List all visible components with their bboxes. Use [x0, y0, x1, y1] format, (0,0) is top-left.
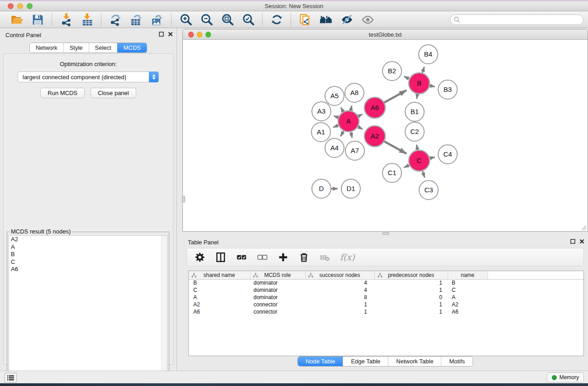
table-row[interactable]: Bdominator41B	[189, 279, 583, 286]
panel-divider-handle[interactable]	[182, 196, 185, 202]
graph-node-A5[interactable]: A5	[325, 86, 344, 105]
tab-network-table[interactable]: Network Table	[388, 357, 441, 366]
deselect-all-rows-icon[interactable]	[257, 252, 268, 263]
tab-mcds[interactable]: MCDS	[117, 43, 147, 52]
home-icon[interactable]	[317, 12, 335, 27]
import-table-icon[interactable]	[78, 12, 96, 27]
tab-node-table[interactable]: Node Table	[298, 357, 343, 366]
graph-node-A7[interactable]: A7	[345, 141, 364, 160]
export-network-icon[interactable]	[107, 12, 124, 27]
zoom-selected-icon[interactable]	[239, 12, 257, 27]
graph-node-A1[interactable]: A1	[311, 123, 330, 142]
svg-text:C4: C4	[443, 150, 452, 158]
network-document-icon[interactable]	[296, 12, 314, 27]
graph-node-A8[interactable]: A8	[345, 83, 364, 102]
list-item[interactable]: B	[9, 251, 167, 258]
float-panel-icon[interactable]	[570, 239, 575, 244]
list-item[interactable]: A	[9, 243, 167, 251]
scrollbar[interactable]	[161, 236, 167, 386]
flow-column-icon	[308, 273, 313, 279]
svg-text:A: A	[346, 117, 351, 125]
close-panel-icon[interactable]	[168, 32, 173, 37]
graph-node-C4[interactable]: C4	[438, 145, 457, 164]
svg-text:D: D	[319, 185, 324, 192]
criterion-select[interactable]: largest connected component (directed)	[18, 71, 159, 82]
graph-node-C[interactable]: C	[409, 150, 430, 171]
memory-button[interactable]: Memory	[547, 372, 584, 382]
graph-node-B3[interactable]: B3	[438, 80, 457, 99]
open-file-icon[interactable]	[8, 12, 25, 27]
hide-graphics-details-icon[interactable]	[338, 12, 355, 27]
select-all-rows-icon[interactable]	[236, 252, 247, 263]
graph-node-D[interactable]: D	[312, 179, 331, 198]
svg-text:C1: C1	[387, 169, 396, 176]
zoom-in-icon[interactable]	[177, 12, 194, 27]
graph-node-A[interactable]: A	[338, 111, 359, 132]
function-builder-icon-disabled[interactable]: f(x)	[340, 252, 355, 262]
graph-node-A3[interactable]: A3	[312, 102, 331, 121]
run-mcds-button[interactable]: Run MCDS	[40, 88, 85, 98]
network-graph: A5A8A3A1A4A7AA6A2B2B4BB3B1C2C4CC1C3DD1	[183, 40, 588, 231]
window-resize-grip[interactable]	[580, 224, 587, 230]
main-toolbar	[0, 11, 588, 28]
graph-node-C1[interactable]: C1	[382, 163, 402, 182]
import-network-icon[interactable]	[57, 12, 75, 27]
close-panel-button[interactable]: Close panel	[91, 88, 136, 98]
search-input[interactable]	[450, 14, 583, 25]
graph-node-A4[interactable]: A4	[325, 138, 344, 157]
column-header-shared-name[interactable]: shared name	[189, 271, 250, 279]
create-column-icon[interactable]	[277, 252, 289, 263]
column-header-successor-nodes[interactable]: successor nodes	[305, 271, 374, 279]
graph-node-B[interactable]: B	[409, 73, 430, 94]
table-row[interactable]: Cdominator41C	[189, 286, 583, 294]
network-canvas[interactable]: A5A8A3A1A4A7AA6A2B2B4BB3B1C2C4CC1C3DD1	[183, 40, 588, 231]
select-stepper-icon	[149, 71, 158, 82]
network-window-titlebar[interactable]: testGlobe.txt	[183, 29, 588, 40]
graph-node-C3[interactable]: C3	[419, 181, 438, 200]
svg-text:A6: A6	[371, 104, 379, 111]
horizontal-divider-handle[interactable]	[382, 232, 389, 235]
table-panel: Table Panel	[182, 235, 588, 370]
list-item[interactable]: C	[9, 258, 167, 266]
table-row[interactable]: A6connector11A6	[189, 308, 583, 315]
flow-column-icon	[191, 273, 196, 279]
graph-node-B4[interactable]: B4	[419, 45, 438, 64]
tab-motifs[interactable]: Motifs	[441, 357, 473, 366]
tab-edge-table[interactable]: Edge Table	[343, 357, 388, 366]
delete-table-icon-disabled[interactable]	[319, 252, 330, 263]
svg-text:B3: B3	[444, 86, 452, 93]
svg-text:D1: D1	[346, 185, 355, 192]
list-icon	[7, 375, 14, 381]
column-header-mcds-role[interactable]: MCDS role	[250, 271, 305, 279]
svg-text:B1: B1	[411, 108, 419, 115]
column-header-predecessor-nodes[interactable]: predecessor nodes	[374, 271, 448, 279]
graph-node-B1[interactable]: B1	[405, 102, 424, 121]
delete-column-icon[interactable]	[298, 252, 310, 263]
table-row[interactable]: A2connector11A2	[189, 301, 583, 308]
save-session-icon[interactable]	[29, 12, 46, 27]
graph-node-A2[interactable]: A2	[364, 126, 385, 147]
tab-network[interactable]: Network	[30, 43, 63, 52]
float-panel-icon[interactable]	[159, 32, 164, 37]
column-header-name[interactable]: name	[448, 271, 488, 279]
graph-node-C2[interactable]: C2	[405, 122, 424, 141]
list-item[interactable]: A6	[9, 266, 167, 273]
list-item[interactable]: A2	[9, 236, 167, 243]
graph-node-B2[interactable]: B2	[382, 62, 402, 81]
task-history-button[interactable]	[5, 373, 17, 382]
tab-select[interactable]: Select	[89, 43, 117, 52]
show-graphics-details-icon[interactable]	[359, 12, 376, 27]
flow-column-icon	[253, 273, 258, 279]
graph-node-D1[interactable]: D1	[341, 179, 360, 198]
zoom-fit-icon[interactable]	[219, 12, 236, 27]
zoom-out-icon[interactable]	[198, 12, 215, 27]
table-row[interactable]: Adominator80A	[189, 294, 583, 301]
export-image-icon[interactable]	[148, 12, 166, 27]
export-table-icon[interactable]	[128, 12, 145, 27]
close-panel-icon[interactable]	[579, 239, 584, 244]
tab-style[interactable]: Style	[63, 43, 89, 52]
refresh-icon[interactable]	[268, 12, 285, 27]
graph-node-A6[interactable]: A6	[364, 97, 385, 118]
show-columns-icon[interactable]	[215, 252, 226, 263]
table-settings-gear-icon[interactable]	[194, 252, 206, 263]
